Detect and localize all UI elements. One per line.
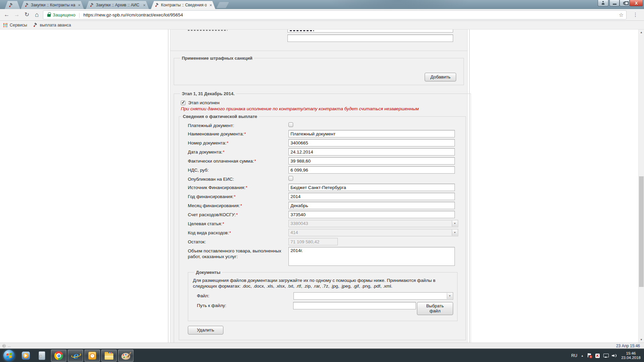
address-bar[interactable]: Защищено | https://new.gz-spb.ru/#cm/con…: [43, 10, 627, 19]
file-label: Файл:: [197, 292, 293, 298]
text-field[interactable]: [288, 148, 455, 156]
tray-time: 15:46: [621, 351, 641, 356]
tab-1[interactable]: Закупки :: Контракты на ×: [21, 1, 84, 9]
choose-file-button[interactable]: Выбрать файл: [417, 302, 453, 315]
page-viewport: Применение штрафных санкций Добавить Эта…: [0, 29, 644, 343]
refresh-icon[interactable]: ↻: [23, 11, 31, 19]
tab-2[interactable]: Закупки :: Архив :: АИС ×: [86, 1, 149, 9]
field-label: Целевая статья:*: [188, 220, 288, 227]
action-center-flag-icon[interactable]: ×: [587, 353, 592, 358]
back-icon[interactable]: ←: [3, 11, 11, 19]
taskbar-chrome[interactable]: [51, 350, 66, 362]
chevron-down-icon[interactable]: ▼: [452, 230, 458, 236]
scroll-up-icon[interactable]: ▲: [639, 29, 644, 35]
checkbox[interactable]: [288, 122, 293, 127]
text-field[interactable]: [288, 202, 455, 209]
antivirus-icon[interactable]: K: [595, 354, 600, 358]
field-label: Платежный документ:: [188, 122, 288, 128]
field-label: Номер документа:*: [188, 139, 288, 146]
taskbar-internet-explorer[interactable]: e: [68, 350, 83, 362]
folder-icon: [105, 353, 113, 360]
taskbar-outlook[interactable]: [85, 350, 100, 362]
bookmark-services[interactable]: Сервисы: [10, 23, 27, 27]
url-text[interactable]: https://new.gz-spb.ru/#cm/contract/exec/…: [83, 12, 183, 17]
text-field[interactable]: [288, 238, 338, 245]
text-field[interactable]: [288, 184, 455, 191]
tab-3-active[interactable]: Контракты :: Сведения о ×: [151, 1, 215, 9]
home-icon[interactable]: ⌂: [33, 11, 41, 19]
close-icon: X: [635, 1, 638, 6]
textarea-field[interactable]: [288, 247, 455, 266]
taskbar-paint[interactable]: [118, 350, 133, 362]
gavel-favicon-icon: [9, 3, 13, 7]
tab-title: Закупки :: Контракты на: [31, 3, 75, 7]
minimize-button[interactable]: [609, 0, 620, 6]
text-field[interactable]: [288, 166, 455, 174]
text-field[interactable]: [288, 157, 455, 165]
stage-done-row: Этап исполнен: [181, 100, 467, 105]
taskbar-media-player[interactable]: [18, 350, 34, 362]
field-label: Счет расходов/КОСГУ:*: [188, 211, 288, 218]
form-row: Наименование документа:*: [188, 130, 466, 137]
footer-datetime: 23 Апр 15:46: [616, 344, 640, 348]
taskbar-calculator[interactable]: 0: [34, 350, 50, 362]
file-select[interactable]: ▼: [293, 292, 453, 300]
field-label: Код вида расходов:*: [188, 229, 288, 236]
file-path-row: Путь к файлу: Выбрать файл: [197, 302, 453, 315]
tab-pinned[interactable]: [5, 1, 20, 9]
text-field[interactable]: [288, 130, 455, 137]
system-tray: RU ▲ × K 15:46 23.04.2018: [571, 349, 644, 362]
form-row: Код вида расходов:*414▼: [188, 229, 466, 236]
bookmark-advance-payment[interactable]: выплата аванса: [40, 23, 71, 27]
clipped-amount-field[interactable]: [287, 29, 453, 33]
form-row: Объем поставленного товара, выполненных …: [188, 247, 466, 267]
apps-grid-icon[interactable]: [3, 23, 7, 27]
volume-icon[interactable]: [612, 354, 617, 358]
clipped-label-fragment: [188, 30, 227, 31]
stage-done-checkbox[interactable]: [181, 101, 185, 105]
chevron-down-icon[interactable]: ▼: [447, 293, 452, 299]
media-player-icon: [22, 352, 30, 360]
empty-field[interactable]: [287, 35, 453, 42]
text-field[interactable]: [288, 193, 455, 200]
tab-close-icon[interactable]: ×: [142, 3, 146, 8]
paint-icon: [121, 353, 130, 360]
select-field[interactable]: 3380043▼: [288, 220, 458, 227]
file-path-input[interactable]: [293, 302, 416, 309]
add-button[interactable]: Добавить: [425, 73, 456, 81]
close-button[interactable]: X: [630, 0, 643, 6]
select-field[interactable]: 414▼: [288, 229, 458, 236]
required-asterisk: *: [222, 221, 224, 226]
tab-close-icon[interactable]: ×: [209, 3, 213, 8]
form-row: Источник Финансирования:*: [188, 184, 466, 191]
browser-menu-icon[interactable]: ⋮: [633, 12, 638, 18]
minimize-icon: [613, 4, 616, 5]
language-indicator[interactable]: RU: [571, 353, 577, 358]
vertical-scrollbar[interactable]: ▲ ▼: [638, 29, 644, 343]
checkbox[interactable]: [288, 176, 293, 181]
scroll-down-icon[interactable]: ▼: [639, 337, 644, 343]
network-display-icon[interactable]: [603, 354, 608, 358]
bookmark-star-icon[interactable]: ☆: [619, 12, 624, 18]
payment-fields: Платежный документ:Наименование документ…: [179, 122, 466, 267]
delete-button[interactable]: Удалить: [188, 326, 223, 335]
taskbar-explorer[interactable]: [101, 350, 117, 362]
required-asterisk: *: [223, 149, 224, 155]
lock-icon: [47, 14, 51, 17]
restore-button[interactable]: [620, 0, 630, 6]
new-tab-button[interactable]: [216, 2, 229, 8]
tray-clock[interactable]: 15:46 23.04.2018: [621, 351, 641, 360]
text-field[interactable]: [288, 139, 455, 146]
hidden-icons-arrow-icon[interactable]: ▲: [581, 354, 584, 357]
tab-close-icon[interactable]: ×: [77, 3, 81, 8]
scrollbar-thumb[interactable]: [639, 176, 644, 287]
start-button[interactable]: [1, 350, 17, 362]
profile-button[interactable]: [598, 0, 608, 6]
text-field[interactable]: [288, 211, 455, 218]
chevron-down-icon[interactable]: ▼: [452, 221, 458, 227]
address-separator: |: [79, 12, 80, 18]
forward-icon[interactable]: →: [13, 11, 21, 19]
required-asterisk: *: [236, 212, 238, 217]
required-asterisk: *: [240, 203, 242, 208]
security-label: Защищено: [53, 12, 75, 17]
